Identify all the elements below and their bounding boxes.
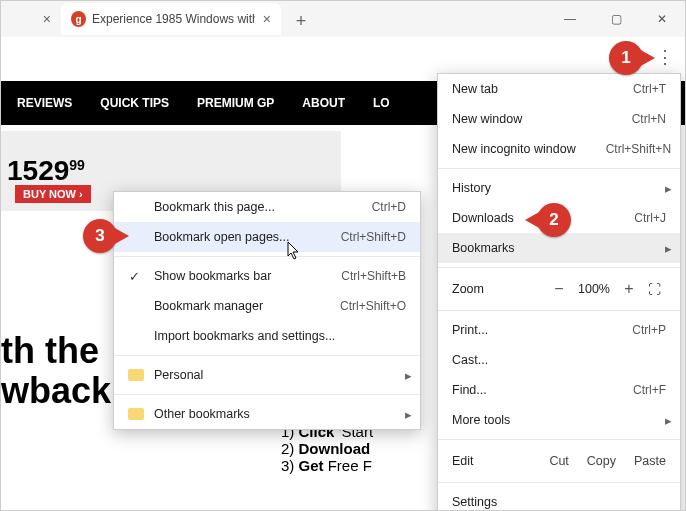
chrome-menu-button[interactable]: ⋮ xyxy=(651,43,679,71)
menu-item-new-tab[interactable]: New tabCtrl+T xyxy=(438,74,680,104)
chevron-right-icon: ▸ xyxy=(665,181,672,196)
check-icon: ✓ xyxy=(126,269,142,284)
window-maximize-button[interactable]: ▢ xyxy=(593,1,639,37)
zoom-percent: 100% xyxy=(572,282,616,296)
menu-item-zoom: Zoom − 100% + ⛶ xyxy=(438,272,680,306)
menu-item-bookmarks[interactable]: Bookmarks▸ xyxy=(438,233,680,263)
chrome-main-menu: New tabCtrl+T New windowCtrl+N New incog… xyxy=(437,73,681,511)
nav-item[interactable]: LO xyxy=(373,96,390,110)
callout-2: 2 xyxy=(537,203,571,237)
menu-item-history[interactable]: History▸ xyxy=(438,173,680,203)
folder-icon xyxy=(128,408,144,420)
nav-item[interactable]: PREMIUM GP xyxy=(197,96,274,110)
nav-item[interactable]: QUICK TIPS xyxy=(100,96,169,110)
window-close-button[interactable]: ✕ xyxy=(639,1,685,37)
menu-item-incognito[interactable]: New incognito windowCtrl+Shift+N xyxy=(438,134,680,164)
callout-3: 3 xyxy=(83,219,117,253)
window-minimize-button[interactable]: — xyxy=(547,1,593,37)
tab-strip: × g Experience 1985 Windows with t × + xyxy=(1,1,525,35)
callout-1: 1 xyxy=(609,41,643,75)
folder-icon xyxy=(128,369,144,381)
favicon-icon: g xyxy=(71,11,86,27)
nav-item[interactable]: ABOUT xyxy=(302,96,345,110)
tab-title: Experience 1985 Windows with t xyxy=(92,12,255,26)
menu-item-new-window[interactable]: New windowCtrl+N xyxy=(438,104,680,134)
buy-now-button[interactable]: BUY NOW › xyxy=(15,185,91,203)
nav-item[interactable]: REVIEWS xyxy=(17,96,72,110)
ad-price: 152999 xyxy=(7,155,85,187)
edit-cut-button[interactable]: Cut xyxy=(549,454,568,468)
menu-item-edit: Edit Cut Copy Paste xyxy=(438,444,680,478)
chevron-right-icon: ▸ xyxy=(665,413,672,428)
tab-close-icon[interactable]: × xyxy=(43,11,51,27)
tab-active[interactable]: g Experience 1985 Windows with t × xyxy=(61,3,281,35)
zoom-in-button[interactable]: + xyxy=(616,280,642,298)
chevron-right-icon: ▸ xyxy=(405,407,412,422)
zoom-out-button[interactable]: − xyxy=(546,280,572,298)
menu-item-import-bookmarks[interactable]: Import bookmarks and settings... xyxy=(114,321,420,351)
menu-item-show-bookmarks-bar[interactable]: ✓Show bookmarks barCtrl+Shift+B xyxy=(114,261,420,291)
new-tab-button[interactable]: + xyxy=(287,7,315,35)
menu-item-print[interactable]: Print...Ctrl+P xyxy=(438,315,680,345)
menu-item-bookmark-open-pages[interactable]: Bookmark open pages...Ctrl+Shift+D xyxy=(114,222,420,252)
fullscreen-icon[interactable]: ⛶ xyxy=(642,282,666,297)
menu-item-bookmark-manager[interactable]: Bookmark managerCtrl+Shift+O xyxy=(114,291,420,321)
tab-close-icon[interactable]: × xyxy=(263,11,271,27)
menu-item-find[interactable]: Find...Ctrl+F xyxy=(438,375,680,405)
menu-item-cast[interactable]: Cast... xyxy=(438,345,680,375)
chevron-right-icon: ▸ xyxy=(405,368,412,383)
tab-inactive[interactable]: × xyxy=(1,3,61,35)
chevron-right-icon: ▸ xyxy=(665,241,672,256)
edit-copy-button[interactable]: Copy xyxy=(587,454,616,468)
menu-item-more-tools[interactable]: More tools▸ xyxy=(438,405,680,435)
menu-item-folder-other[interactable]: Other bookmarks▸ xyxy=(114,399,420,429)
menu-item-folder-personal[interactable]: Personal▸ xyxy=(114,360,420,390)
menu-item-settings[interactable]: Settings xyxy=(438,487,680,511)
bookmarks-submenu: Bookmark this page...Ctrl+D Bookmark ope… xyxy=(113,191,421,430)
edit-paste-button[interactable]: Paste xyxy=(634,454,666,468)
article-headline: th the wback xyxy=(1,331,111,410)
menu-item-bookmark-this-page[interactable]: Bookmark this page...Ctrl+D xyxy=(114,192,420,222)
